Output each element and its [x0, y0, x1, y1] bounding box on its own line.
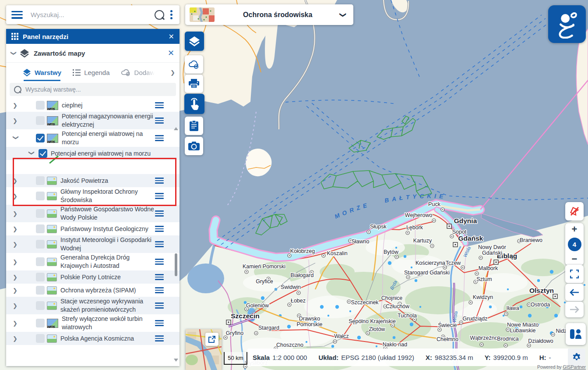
layer-row[interactable]: ❯wmsPotencjał energii wiatrowej na morzu: [6, 129, 180, 147]
layer-checkbox[interactable]: [36, 134, 45, 142]
layer-checkbox[interactable]: [36, 257, 45, 266]
tab-legenda[interactable]: Legenda: [73, 63, 109, 82]
layer-row[interactable]: ❯Polskie Porty Lotnicze: [6, 270, 180, 284]
layer-checkbox[interactable]: [36, 240, 45, 249]
layer-checkbox[interactable]: [36, 334, 45, 343]
geolocation-disabled-button[interactable]: [565, 202, 584, 221]
city-label: Człuchów: [386, 303, 410, 310]
chevron-right-icon[interactable]: ❯: [13, 335, 19, 342]
chevron-right-icon[interactable]: ❯: [13, 117, 19, 124]
chevron-right-icon[interactable]: ❯: [13, 320, 19, 327]
layer-row[interactable]: ❯wmsPotencjał magazynowania energii elek…: [6, 112, 180, 129]
layer-menu-icon[interactable]: [155, 102, 164, 108]
next-view-button[interactable]: [565, 302, 584, 317]
clipboard-tool-button[interactable]: [185, 117, 203, 135]
print-tool-button[interactable]: [185, 75, 203, 93]
layer-row[interactable]: ❯Generalna Dyrekcja Dróg Krajowych i Aut…: [6, 253, 180, 270]
camera-tool-button[interactable]: [185, 137, 203, 155]
layer-menu-icon[interactable]: [155, 335, 164, 342]
search-bar[interactable]: Wyszukaj...: [6, 5, 180, 24]
layer-checkbox[interactable]: [36, 116, 45, 125]
tabs-scroll-right-icon[interactable]: ❯: [170, 69, 175, 76]
layer-menu-icon[interactable]: [155, 193, 164, 199]
gispartner-link[interactable]: GISPartner: [563, 364, 586, 370]
main-menu-icon[interactable]: [11, 11, 23, 19]
layer-row[interactable]: ❯Instytut Meteorologii i Gospodarki Wodn…: [6, 235, 180, 253]
zoom-control[interactable]: + 4 −: [565, 223, 584, 265]
layer-row[interactable]: ❯Jakość Powietrza: [6, 174, 180, 187]
section-close-icon[interactable]: ✕: [168, 48, 174, 58]
chevron-right-icon[interactable]: ❯: [13, 193, 19, 199]
chevron-down-icon[interactable]: ❯: [13, 135, 19, 141]
chevron-right-icon[interactable]: ❯: [13, 302, 19, 309]
tab-warstwy[interactable]: Warstwy: [23, 63, 61, 82]
layers-tool-button[interactable]: [185, 32, 204, 51]
layer-menu-icon[interactable]: [155, 287, 164, 293]
layer-row[interactable]: ❯Polska Agencja Kosmiczna: [6, 332, 180, 345]
layer-menu-icon[interactable]: [155, 226, 164, 232]
layer-menu-icon[interactable]: [155, 241, 164, 247]
chevron-right-icon[interactable]: ❯: [13, 102, 19, 109]
panel-scrollbar[interactable]: [173, 127, 179, 363]
layer-menu-icon[interactable]: [155, 302, 164, 309]
more-options-icon[interactable]: [170, 10, 173, 19]
chevron-right-icon[interactable]: ❯: [13, 226, 19, 232]
layer-menu-icon[interactable]: [155, 259, 164, 265]
grid-icon[interactable]: [11, 33, 18, 40]
layer-checkbox[interactable]: [36, 224, 45, 233]
add-wms-tool-button[interactable]: [185, 55, 203, 74]
city: Szczecinek: [347, 299, 379, 306]
scroll-up-icon[interactable]: [174, 127, 178, 130]
layer-checkbox[interactable]: [36, 286, 45, 295]
chevron-right-icon[interactable]: ❯: [13, 259, 19, 265]
layer-checkbox[interactable]: [36, 209, 45, 218]
scrollbar-thumb[interactable]: [175, 253, 177, 276]
panel-close-icon[interactable]: ✕: [169, 32, 174, 41]
zoom-out-button[interactable]: −: [572, 255, 577, 263]
chevron-down-icon[interactable]: ❯: [11, 51, 17, 56]
layer-menu-icon[interactable]: [155, 210, 164, 217]
layer-search[interactable]: Wyszukaj warstwę...: [10, 83, 176, 96]
search-input[interactable]: Wyszukaj...: [31, 11, 155, 18]
layer-menu-icon[interactable]: [155, 117, 164, 124]
accessibility-button[interactable]: [566, 323, 586, 345]
basemap-selector[interactable]: Ochrona środowiska ❯: [185, 4, 353, 25]
chevron-right-icon[interactable]: ❯: [13, 241, 19, 248]
layer-row[interactable]: ❯Główny Inspektorat Ochrony Środowiska: [6, 187, 180, 205]
scroll-down-icon[interactable]: [174, 359, 178, 362]
cloud-add-icon: [188, 60, 200, 69]
layer-row[interactable]: ❯Ochrona wybrzeża (SIPAM): [6, 284, 180, 297]
layer-row[interactable]: ❯wmscieplnej: [6, 99, 180, 112]
search-icon[interactable]: [155, 10, 164, 20]
fullscreen-button[interactable]: [565, 265, 584, 283]
layer-row[interactable]: ❯Państwowe Gospodarstwo Wodne Wody Polsk…: [6, 205, 180, 222]
chevron-down-icon[interactable]: ❯: [28, 150, 35, 157]
layer-row[interactable]: ❯Stacje wczesnego wykrywania skażeń prom…: [6, 297, 180, 314]
chevron-right-icon[interactable]: ❯: [13, 274, 19, 281]
layer-menu-icon[interactable]: [155, 135, 164, 141]
previous-view-button[interactable]: [565, 284, 584, 301]
layer-menu-icon[interactable]: [155, 274, 164, 280]
layer-row[interactable]: ❯wmsStrefy wyłączone wokół turbin wiatro…: [6, 314, 180, 332]
layer-checkbox[interactable]: [39, 149, 47, 158]
gispartner-logo[interactable]: [548, 5, 586, 43]
layer-checkbox[interactable]: [36, 319, 45, 327]
zoom-in-button[interactable]: +: [572, 225, 577, 234]
layer-checkbox[interactable]: [36, 176, 45, 185]
layer-menu-icon[interactable]: [155, 320, 164, 326]
city-label: Iława: [506, 305, 519, 311]
tab-dodaw[interactable]: Dodaw: [121, 63, 155, 82]
settings-button[interactable]: [568, 349, 585, 366]
layer-menu-icon[interactable]: [155, 178, 164, 184]
chevron-right-icon[interactable]: ❯: [13, 210, 19, 217]
touch-select-tool-button[interactable]: [184, 94, 204, 114]
layer-checkbox[interactable]: [36, 301, 45, 310]
layer-row[interactable]: ❯Potencjał energii wiatrowej na morzu: [6, 147, 180, 160]
layer-checkbox[interactable]: [36, 101, 45, 110]
chevron-right-icon[interactable]: ❯: [13, 287, 19, 294]
layer-checkbox[interactable]: [36, 192, 45, 200]
chevron-right-icon[interactable]: ❯: [13, 178, 19, 184]
overview-expand-button[interactable]: [205, 333, 218, 346]
layer-row[interactable]: ❯Państwowy Instytut Geologiczny: [6, 222, 180, 235]
layer-checkbox[interactable]: [36, 273, 45, 281]
